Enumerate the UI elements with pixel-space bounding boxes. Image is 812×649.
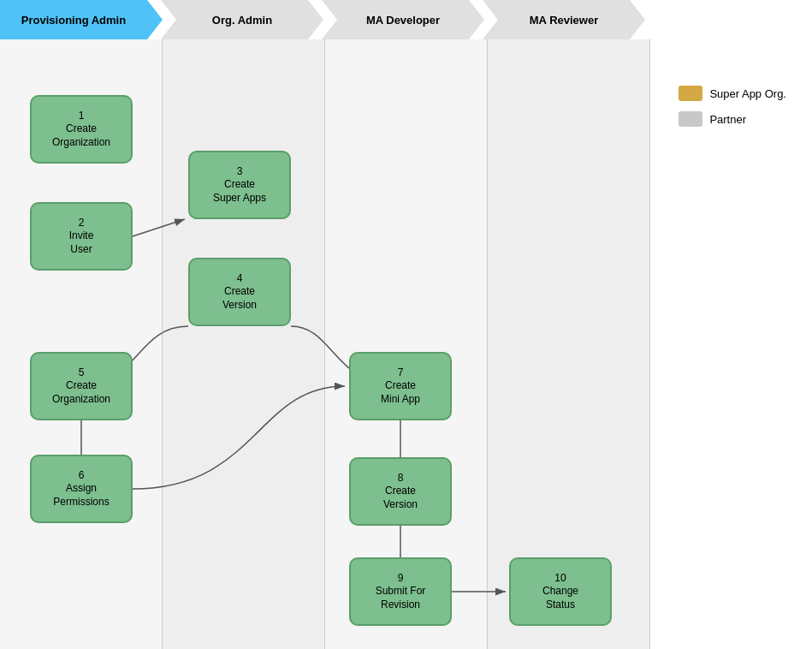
box-assign-permissions: 6AssignPermissions: [30, 455, 133, 523]
box-create-version-8: 8CreateVersion: [349, 457, 452, 526]
reviewer-label: MA Reviewer: [530, 14, 598, 27]
box-submit-revision: 9Submit ForRevision: [349, 557, 452, 626]
dev-label: MA Developer: [366, 14, 440, 27]
box-invite-user: 2InviteUser: [30, 202, 133, 271]
box-change-status: 10ChangeStatus: [509, 557, 612, 626]
box-create-super-apps: 3CreateSuper Apps: [188, 151, 291, 219]
flow-container: 1CreateOrganization 2InviteUser 3CreateS…: [0, 39, 650, 649]
box-create-mini-app: 7CreateMini App: [349, 352, 452, 420]
provisioning-label: Provisioning Admin: [21, 14, 126, 27]
chevron-provisioning: Provisioning Admin: [0, 0, 163, 39]
chevron-dev: MA Developer: [322, 0, 484, 39]
box-create-version-4: 4CreateVersion: [188, 258, 291, 326]
legend-partner-label: Partner: [709, 113, 746, 126]
header-bar: Provisioning Admin Org. Admin MA Develop…: [0, 0, 650, 39]
legend-superapp-color: [679, 86, 702, 101]
legend-partner-color: [679, 111, 702, 127]
org-label: Org. Admin: [212, 14, 272, 27]
legend: Super App Org. Partner: [679, 86, 786, 127]
legend-partner: Partner: [679, 111, 786, 127]
legend-superapp: Super App Org.: [679, 86, 786, 101]
chevron-reviewer: MA Reviewer: [483, 0, 645, 39]
chevron-org: Org. Admin: [161, 0, 323, 39]
legend-superapp-label: Super App Org.: [709, 87, 786, 100]
box-create-org-5: 5CreateOrganization: [30, 352, 133, 420]
box-create-org-1: 1CreateOrganization: [30, 95, 133, 164]
